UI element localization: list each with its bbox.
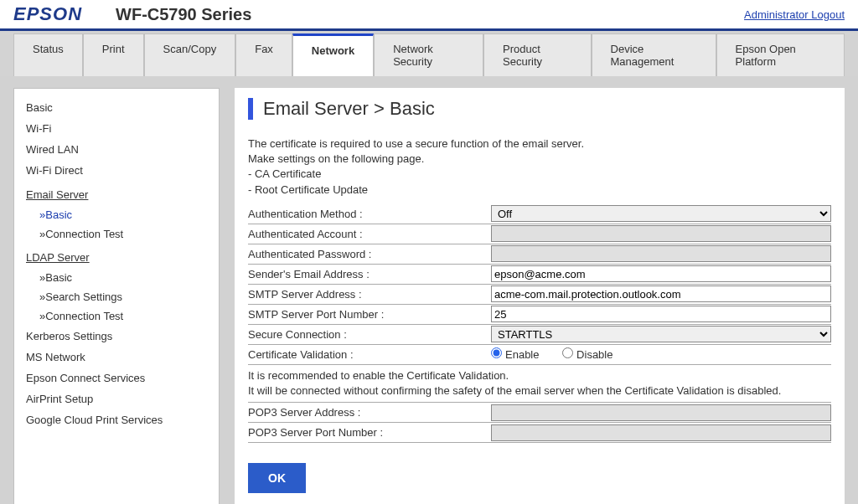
tab-status[interactable]: Status — [13, 33, 83, 76]
tab-scancopy[interactable]: Scan/Copy — [144, 33, 236, 76]
admin-logout-link[interactable]: Administrator Logout — [744, 8, 845, 21]
cert-note: It is recommended to enable the Certific… — [248, 365, 831, 403]
radio-disable[interactable] — [562, 347, 573, 358]
tab-devicemgmt[interactable]: Device Management — [592, 33, 716, 76]
input-smtp-port[interactable] — [491, 306, 831, 322]
label-secure-conn: Secure Connection : — [248, 326, 491, 343]
radio-disable-label[interactable]: Disable — [562, 348, 612, 361]
sidebar-group-emailserver: Email Server — [26, 184, 207, 205]
sidebar-kerberos[interactable]: Kerberos Settings — [26, 326, 207, 347]
desc-line: - CA Certificate — [248, 167, 831, 182]
input-auth-account — [491, 225, 831, 242]
sidebar-emailserver-conntest[interactable]: »Connection Test — [26, 224, 207, 244]
input-sender-email[interactable] — [491, 265, 831, 282]
tab-epsonopenplatform[interactable]: Epson Open Platform — [716, 33, 845, 76]
select-secure-conn[interactable]: STARTTLS — [491, 326, 831, 342]
ok-button[interactable]: OK — [248, 463, 306, 493]
header: EPSON WF-C5790 Series Administrator Logo… — [0, 0, 858, 31]
note-line: It will be connected without confirming … — [248, 383, 831, 399]
page-title: Email Server > Basic — [248, 98, 831, 120]
sidebar-msnetwork[interactable]: MS Network — [26, 347, 207, 368]
input-pop3-addr — [491, 404, 831, 421]
main-tabs: Status Print Scan/Copy Fax Network Netwo… — [0, 31, 858, 76]
tab-fax[interactable]: Fax — [235, 33, 292, 76]
model-name: WF-C5790 Series — [116, 5, 251, 24]
description: The certificate is required to use a sec… — [248, 136, 831, 198]
sidebar-ldap-search[interactable]: »Search Settings — [26, 287, 207, 306]
desc-line: - Root Certificate Update — [248, 183, 831, 198]
tab-network[interactable]: Network — [292, 33, 374, 76]
sidebar-basic[interactable]: Basic — [26, 97, 207, 118]
tab-productsecurity[interactable]: Product Security — [483, 33, 591, 76]
tab-print[interactable]: Print — [83, 33, 144, 76]
sidebar-emailserver-basic[interactable]: »Basic — [26, 205, 207, 224]
content: Email Server > Basic The certificate is … — [235, 88, 845, 504]
label-pop3-addr: POP3 Server Address : — [248, 404, 491, 421]
note-line: It is recommended to enable the Certific… — [248, 368, 831, 383]
sidebar: Basic Wi-Fi Wired LAN Wi-Fi Direct Email… — [13, 88, 220, 504]
desc-line: The certificate is required to use a sec… — [248, 136, 831, 152]
logo: EPSON — [13, 3, 82, 25]
label-auth-password: Authenticated Password : — [248, 245, 491, 263]
input-pop3-port — [491, 424, 831, 441]
sidebar-ldap-basic[interactable]: »Basic — [26, 268, 207, 287]
sidebar-ldap-conntest[interactable]: »Connection Test — [26, 306, 207, 326]
desc-line: Make settings on the following page. — [248, 152, 831, 167]
sidebar-wifidirect[interactable]: Wi-Fi Direct — [26, 160, 207, 181]
input-auth-password — [491, 245, 831, 262]
label-auth-method: Authentication Method : — [248, 205, 491, 223]
label-pop3-port: POP3 Server Port Number : — [248, 424, 491, 441]
sidebar-wifi[interactable]: Wi-Fi — [26, 118, 207, 139]
sidebar-gcloudprint[interactable]: Google Cloud Print Services — [26, 409, 207, 430]
radio-enable[interactable] — [491, 347, 502, 358]
radio-enable-label[interactable]: Enable — [491, 348, 539, 361]
tab-networksecurity[interactable]: Network Security — [374, 33, 483, 76]
sidebar-epsonconnect[interactable]: Epson Connect Services — [26, 368, 207, 388]
select-auth-method[interactable]: Off — [491, 205, 831, 222]
label-sender-email: Sender's Email Address : — [248, 265, 491, 283]
sidebar-airprint[interactable]: AirPrint Setup — [26, 388, 207, 409]
label-auth-account: Authenticated Account : — [248, 225, 491, 243]
label-smtp-port: SMTP Server Port Number : — [248, 306, 491, 323]
sidebar-wiredlan[interactable]: Wired LAN — [26, 139, 207, 160]
sidebar-group-ldapserver: LDAP Server — [26, 247, 207, 268]
label-smtp-addr: SMTP Server Address : — [248, 285, 491, 303]
input-smtp-addr[interactable] — [491, 285, 831, 302]
label-cert-valid: Certificate Validation : — [248, 346, 491, 363]
